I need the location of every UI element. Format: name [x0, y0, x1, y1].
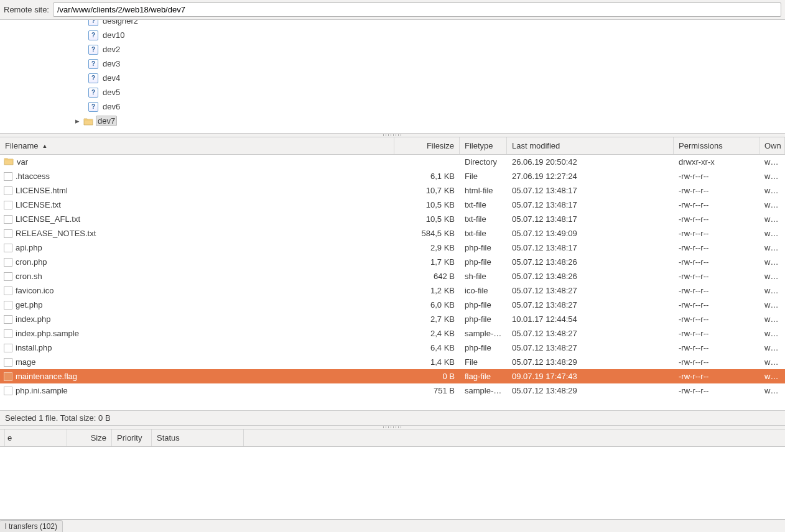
file-row[interactable]: mage1,4 KBFile05.07.12 13:48:29-rw-r--r-… — [0, 355, 785, 369]
file-row[interactable]: maintenance.flag0 Bflag-file09.07.19 17:… — [0, 369, 785, 383]
column-owner[interactable]: Own — [759, 137, 785, 154]
cell-permissions: -rw-r--r-- — [674, 300, 759, 310]
queue-column-size[interactable]: Size — [67, 429, 112, 446]
cell-filesize: 751 B — [394, 386, 460, 395]
cell-filename: php.ini.sample — [0, 386, 394, 395]
queue-column-file[interactable]: e — [5, 429, 67, 446]
expand-arrow-icon[interactable]: ▸ — [73, 116, 81, 126]
tree-item-dev7[interactable]: ▸dev7 — [0, 114, 785, 128]
column-permissions[interactable]: Permissions — [674, 137, 759, 154]
tree-item-dev3[interactable]: ?dev3 — [0, 57, 785, 71]
cell-filesize: 6,1 KB — [394, 172, 460, 181]
cell-owner: web1 — [759, 214, 785, 224]
remote-tree[interactable]: ?designer2?dev10?dev2?dev3?dev4?dev5?dev… — [0, 20, 785, 134]
cell-filetype: sample-f... — [460, 386, 507, 395]
tree-item-label: dev6 — [101, 101, 122, 112]
file-row[interactable]: get.php6,0 KBphp-file05.07.12 13:48:27-r… — [0, 298, 785, 312]
cell-filetype: Directory — [460, 157, 507, 167]
cell-last-modified: 05.07.12 13:48:26 — [507, 272, 674, 281]
queue-column-spacer[interactable] — [0, 429, 5, 446]
remote-path-input[interactable] — [53, 2, 781, 17]
tree-item-dev4[interactable]: ?dev4 — [0, 71, 785, 85]
cell-permissions: -rw-r--r-- — [674, 243, 759, 252]
file-icon — [4, 229, 12, 238]
file-row[interactable]: cron.php1,7 KBphp-file05.07.12 13:48:26-… — [0, 255, 785, 269]
unknown-folder-icon: ? — [88, 45, 98, 55]
cell-owner: web1 — [759, 343, 785, 352]
cell-permissions: -rw-r--r-- — [674, 214, 759, 224]
tree-item-dev5[interactable]: ?dev5 — [0, 85, 785, 99]
queue-column-status[interactable]: Status — [152, 429, 244, 446]
tree-item-dev2[interactable]: ?dev2 — [0, 42, 785, 57]
file-icon — [4, 287, 12, 295]
file-row[interactable]: api.php2,9 KBphp-file05.07.12 13:48:17-r… — [0, 241, 785, 255]
cell-filetype: txt-file — [460, 214, 507, 224]
remote-site-label: Remote site: — [4, 5, 49, 14]
queue-column-priority[interactable]: Priority — [112, 429, 152, 446]
file-row[interactable]: RELEASE_NOTES.txt584,5 KBtxt-file05.07.1… — [0, 226, 785, 241]
file-icon — [4, 258, 12, 267]
unknown-folder-icon: ? — [88, 20, 98, 26]
cell-permissions: -rw-r--r-- — [674, 286, 759, 295]
cell-permissions: -rw-r--r-- — [674, 186, 759, 195]
column-filesize[interactable]: Filesize — [394, 137, 460, 154]
file-row[interactable]: index.php.sample2,4 KBsample-f...05.07.1… — [0, 326, 785, 341]
cell-filename: index.php — [0, 314, 394, 324]
tree-item-label: dev5 — [101, 87, 122, 98]
file-row[interactable]: LICENSE_AFL.txt10,5 KBtxt-file05.07.12 1… — [0, 212, 785, 226]
file-row[interactable]: php.ini.sample751 Bsample-f...05.07.12 1… — [0, 383, 785, 398]
column-filetype[interactable]: Filetype — [460, 137, 507, 154]
cell-filetype: php-file — [460, 243, 507, 252]
splitter-handle[interactable] — [0, 134, 785, 137]
cell-owner: web1 — [759, 300, 785, 310]
unknown-folder-icon: ? — [88, 59, 98, 69]
cell-filename: cron.php — [0, 257, 394, 267]
cell-filename: favicon.ico — [0, 286, 394, 295]
cell-owner: web1 — [759, 372, 785, 381]
cell-permissions: -rw-r--r-- — [674, 229, 759, 238]
file-row[interactable]: varDirectory26.06.19 20:50:42drwxr-xr-xw… — [0, 155, 785, 169]
cell-last-modified: 05.07.12 13:48:27 — [507, 343, 674, 352]
cell-owner: web1 — [759, 172, 785, 181]
cell-filetype: File — [460, 172, 507, 181]
cell-filesize: 10,5 KB — [394, 200, 460, 209]
sort-ascending-icon: ▲ — [42, 143, 47, 149]
file-row[interactable]: index.php2,7 KBphp-file10.01.17 12:44:54… — [0, 312, 785, 326]
tree-item-dev6[interactable]: ?dev6 — [0, 99, 785, 114]
file-icon — [4, 244, 12, 252]
cell-filename: LICENSE_AFL.txt — [0, 214, 394, 224]
file-icon — [4, 315, 12, 324]
cell-filetype: html-file — [460, 186, 507, 195]
tree-item-dev10[interactable]: ?dev10 — [0, 28, 785, 42]
cell-permissions: -rw-r--r-- — [674, 329, 759, 338]
cell-filesize: 6,4 KB — [394, 343, 460, 352]
tree-item-designer2[interactable]: ?designer2 — [0, 20, 785, 28]
file-row[interactable]: install.php6,4 KBphp-file05.07.12 13:48:… — [0, 341, 785, 355]
column-filename[interactable]: Filename ▲ — [0, 137, 394, 154]
column-last-modified[interactable]: Last modified — [507, 137, 674, 154]
file-row[interactable]: favicon.ico1,2 KBico-file05.07.12 13:48:… — [0, 283, 785, 298]
cell-filesize: 642 B — [394, 272, 460, 281]
file-icon — [4, 172, 12, 181]
cell-owner: web1 — [759, 272, 785, 281]
file-row[interactable]: cron.sh642 Bsh-file05.07.12 13:48:26-rw-… — [0, 269, 785, 283]
cell-last-modified: 05.07.12 13:48:17 — [507, 186, 674, 195]
cell-owner: web1 — [759, 243, 785, 252]
cell-last-modified: 09.07.19 17:47:43 — [507, 372, 674, 381]
cell-permissions: -rw-r--r-- — [674, 257, 759, 267]
cell-permissions: drwxr-xr-x — [674, 157, 759, 167]
cell-last-modified: 05.07.12 13:48:27 — [507, 329, 674, 338]
file-row[interactable]: LICENSE.txt10,5 KBtxt-file05.07.12 13:48… — [0, 198, 785, 212]
cell-last-modified: 05.07.12 13:48:17 — [507, 243, 674, 252]
queue-body[interactable] — [0, 447, 785, 519]
cell-filesize: 1,7 KB — [394, 257, 460, 267]
file-row[interactable]: LICENSE.html10,7 KBhtml-file05.07.12 13:… — [0, 183, 785, 198]
cell-owner: web1 — [759, 314, 785, 324]
tab-transfers[interactable]: l transfers (102) — [0, 520, 63, 532]
cell-owner: web1 — [759, 286, 785, 295]
cell-last-modified: 10.01.17 12:44:54 — [507, 314, 674, 324]
cell-filesize: 1,4 KB — [394, 357, 460, 367]
splitter-handle-2[interactable] — [0, 426, 785, 429]
file-row[interactable]: .htaccess6,1 KBFile27.06.19 12:27:24-rw-… — [0, 169, 785, 183]
cell-filesize: 2,9 KB — [394, 243, 460, 252]
